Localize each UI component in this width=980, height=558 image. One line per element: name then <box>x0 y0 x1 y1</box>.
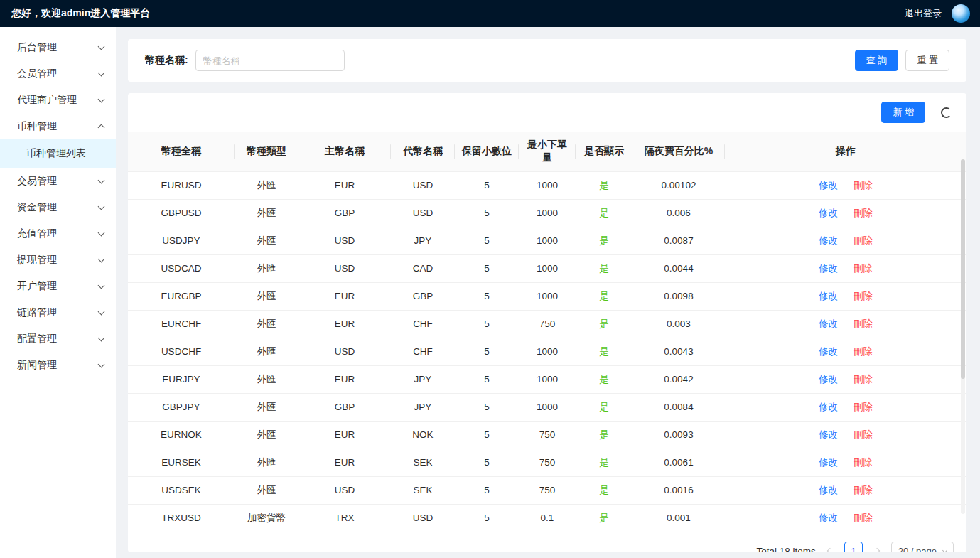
sidebar-item-trade[interactable]: 交易管理 <box>0 168 116 194</box>
delete-link[interactable]: 刪除 <box>854 318 873 329</box>
delete-link[interactable]: 刪除 <box>854 346 873 357</box>
add-button[interactable]: 新 增 <box>881 102 925 123</box>
edit-link[interactable]: 修改 <box>819 263 838 274</box>
avatar[interactable] <box>952 4 970 23</box>
currency-table: 幣種全稱幣種類型主幣名稱代幣名稱保留小數位最小下單量是否顯示隔夜費百分比%操作 … <box>128 132 966 532</box>
cell-base-currency: USD <box>298 338 391 366</box>
cell-quote-currency: SEK <box>391 477 455 505</box>
chevron-down-icon <box>98 43 105 50</box>
cell-type: 外匯 <box>235 477 298 505</box>
table-row: USDSEK 外匯 USD SEK 5 750 是 0.0016 修改 刪除 <box>128 477 966 505</box>
delete-link[interactable]: 刪除 <box>854 291 873 301</box>
sidebar-item-label: 链路管理 <box>17 306 57 319</box>
edit-link[interactable]: 修改 <box>819 180 838 191</box>
column-header: 最小下單量 <box>519 132 576 172</box>
edit-link[interactable]: 修改 <box>819 429 838 440</box>
cell-visible: 是 <box>576 394 632 422</box>
edit-link[interactable]: 修改 <box>819 318 838 329</box>
sidebar-subitem-currency-list[interactable]: 币种管理列表 <box>0 139 116 168</box>
cell-min-order: 1000 <box>519 200 576 227</box>
edit-link[interactable]: 修改 <box>819 374 838 385</box>
cell-overnight-fee: 0.0043 <box>632 338 725 366</box>
delete-link[interactable]: 刪除 <box>854 208 873 218</box>
sidebar-subitem-label: 币种管理列表 <box>26 147 86 160</box>
cell-overnight-fee: 0.0042 <box>632 366 725 394</box>
cell-decimals: 5 <box>455 283 519 311</box>
sidebar-item-links[interactable]: 链路管理 <box>0 299 116 326</box>
cell-decimals: 5 <box>455 255 519 283</box>
cell-min-order: 750 <box>519 477 576 505</box>
reset-button[interactable]: 重 置 <box>905 50 949 71</box>
cell-quote-currency: CAD <box>391 255 455 283</box>
sidebar-item-news[interactable]: 新闻管理 <box>0 352 116 378</box>
search-button[interactable]: 查 詢 <box>855 50 899 71</box>
delete-link[interactable]: 刪除 <box>854 457 873 468</box>
sidebar-item-currency[interactable]: 币种管理 <box>0 113 116 139</box>
edit-link[interactable]: 修改 <box>819 208 838 218</box>
sidebar-item-label: 后台管理 <box>17 41 57 54</box>
chevron-down-icon <box>98 176 105 183</box>
sidebar-item-agents[interactable]: 代理商户管理 <box>0 87 116 113</box>
cell-type: 外匯 <box>235 449 298 477</box>
delete-link[interactable]: 刪除 <box>854 402 873 412</box>
cell-base-currency: USD <box>298 255 391 283</box>
table-row: USDCHF 外匯 USD CHF 5 1000 是 0.0043 修改 刪除 <box>128 338 966 366</box>
chevron-down-icon <box>98 203 105 210</box>
sidebar-item-config[interactable]: 配置管理 <box>0 326 116 352</box>
logout-button[interactable]: 退出登录 <box>905 7 942 20</box>
cell-visible: 是 <box>576 255 632 283</box>
delete-link[interactable]: 刪除 <box>854 235 873 246</box>
column-header: 隔夜費百分比% <box>632 132 725 172</box>
cell-overnight-fee: 0.0084 <box>632 394 725 422</box>
cell-symbol: EURJPY <box>128 366 235 394</box>
cell-actions: 修改 刪除 <box>725 200 966 227</box>
edit-link[interactable]: 修改 <box>819 291 838 301</box>
table-row: GBPUSD 外匯 GBP USD 5 1000 是 0.006 修改 刪除 <box>128 200 966 227</box>
delete-link[interactable]: 刪除 <box>854 429 873 440</box>
cell-base-currency: EUR <box>298 449 391 477</box>
currency-name-input[interactable] <box>195 50 345 71</box>
table-row: GBPJPY 外匯 GBP JPY 5 1000 是 0.0084 修改 刪除 <box>128 394 966 422</box>
cell-type: 外匯 <box>235 172 298 200</box>
delete-link[interactable]: 刪除 <box>854 513 873 523</box>
chevron-down-icon <box>98 255 105 262</box>
edit-link[interactable]: 修改 <box>819 513 838 523</box>
cell-min-order: 1000 <box>519 172 576 200</box>
edit-link[interactable]: 修改 <box>819 485 838 495</box>
pagination-total: Total 18 items <box>756 546 815 553</box>
cell-base-currency: EUR <box>298 172 391 200</box>
sidebar-item-members[interactable]: 会员管理 <box>0 60 116 87</box>
sidebar-item-account[interactable]: 开户管理 <box>0 273 116 299</box>
next-page-button[interactable] <box>869 542 885 552</box>
edit-link[interactable]: 修改 <box>819 235 838 246</box>
page-size-select[interactable]: 20 / page <box>891 542 954 552</box>
delete-link[interactable]: 刪除 <box>854 263 873 274</box>
chevron-down-icon <box>98 334 105 341</box>
cell-quote-currency: USD <box>391 505 455 532</box>
column-header: 代幣名稱 <box>391 132 455 172</box>
sidebar-item-funds[interactable]: 资金管理 <box>0 194 116 220</box>
cell-actions: 修改 刪除 <box>725 366 966 394</box>
sidebar-item-label: 提现管理 <box>17 254 57 267</box>
edit-link[interactable]: 修改 <box>819 457 838 468</box>
page-title: 您好，欢迎admin进入管理平台 <box>11 7 150 20</box>
cell-decimals: 5 <box>455 172 519 200</box>
refresh-button[interactable] <box>935 102 957 123</box>
sidebar-item-deposit[interactable]: 充值管理 <box>0 220 116 247</box>
cell-symbol: GBPUSD <box>128 200 235 227</box>
table-row: EURCHF 外匯 EUR CHF 5 750 是 0.003 修改 刪除 <box>128 311 966 338</box>
edit-link[interactable]: 修改 <box>819 402 838 412</box>
cell-quote-currency: NOK <box>391 422 455 449</box>
delete-link[interactable]: 刪除 <box>854 374 873 385</box>
scrollbar-thumb[interactable] <box>961 159 965 379</box>
cell-type: 加密貨幣 <box>235 505 298 532</box>
delete-link[interactable]: 刪除 <box>854 180 873 191</box>
edit-link[interactable]: 修改 <box>819 346 838 357</box>
table-card: 新 增 幣種全稱幣種類型主幣名稱代幣名稱保留小數位最小下單量是否顯示隔夜費百分比… <box>128 93 966 552</box>
sidebar-item-withdraw[interactable]: 提现管理 <box>0 247 116 273</box>
cell-overnight-fee: 0.0016 <box>632 477 725 505</box>
delete-link[interactable]: 刪除 <box>854 485 873 495</box>
prev-page-button[interactable] <box>822 542 838 552</box>
sidebar-item-backend[interactable]: 后台管理 <box>0 34 116 60</box>
page-number-button[interactable]: 1 <box>844 542 863 552</box>
